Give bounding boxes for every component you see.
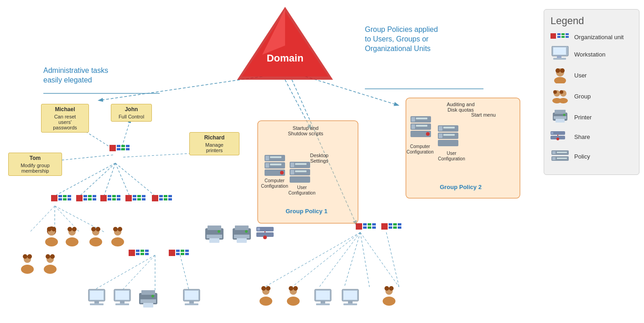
svg-point-161 [72,227,77,231]
richard-name: Richard [193,134,235,141]
svg-point-41 [280,171,284,174]
svg-rect-85 [121,145,125,147]
svg-rect-202 [185,303,198,305]
svg-rect-253 [555,110,566,114]
svg-rect-236 [566,33,569,35]
svg-rect-121 [164,198,167,200]
policy-legend-icon [551,148,570,164]
svg-rect-146 [389,223,392,226]
ou-icon-sub5 [152,195,172,201]
svg-rect-94 [68,195,71,197]
svg-text:Startup and: Startup and [293,125,319,131]
svg-text:Start menu: Start menu [471,112,496,118]
ou-icon-sub1 [51,195,71,201]
svg-rect-227 [141,290,155,295]
svg-rect-71 [439,133,442,138]
svg-point-66 [426,132,430,136]
legend-item-printer: Printer [551,109,633,125]
svg-rect-91 [58,198,62,200]
svg-rect-106 [112,195,116,197]
ou-icon-sub3 [100,195,120,201]
svg-point-177 [50,254,55,259]
richard-desc: Manageprinters [193,142,235,153]
svg-text:Configuration: Configuration [261,184,288,189]
svg-text:User: User [447,151,457,156]
svg-point-174 [21,265,34,274]
svg-rect-218 [234,235,249,238]
printer-icon-2 [233,226,251,243]
svg-point-190 [383,297,395,306]
svg-point-160 [68,227,72,231]
tom-name: Tom [12,155,58,161]
ou-icon-right2 [381,223,401,230]
svg-rect-130 [145,253,149,255]
svg-rect-240 [557,56,561,58]
svg-rect-108 [117,195,120,197]
svg-rect-114 [137,198,141,200]
svg-rect-138 [356,223,362,230]
svg-rect-82 [109,145,116,151]
svg-rect-107 [112,198,116,200]
svg-rect-35 [265,156,269,160]
svg-line-17 [91,255,155,292]
svg-rect-204 [316,291,330,300]
tom-desc: Modify groupmembership [12,163,58,174]
svg-rect-151 [398,226,401,229]
legend-label-printer: Printer [574,114,592,121]
svg-rect-39 [270,164,281,165]
share-icon-1 [256,227,274,239]
svg-rect-61 [416,118,427,119]
svg-rect-139 [363,223,367,226]
svg-rect-209 [348,301,353,303]
legend-label-group: Group [574,93,591,100]
svg-point-184 [289,286,293,291]
legend-label-workstation: Workstation [574,51,605,58]
svg-rect-259 [551,132,553,134]
svg-rect-212 [208,226,221,230]
svg-rect-120 [164,195,167,197]
svg-rect-69 [443,127,455,128]
user-icon-r1 [260,286,272,306]
svg-rect-241 [553,58,566,60]
svg-rect-129 [145,250,149,252]
john-box: John Full Control [111,104,152,122]
legend-item-share: Share [551,130,633,144]
right-heading: Group Policies applied to Users, Groups … [365,25,483,53]
svg-rect-197 [120,301,125,303]
svg-point-158 [52,227,56,231]
svg-text:Configuration: Configuration [288,190,315,195]
left-heading: Administrative tasks easily elegated [43,66,157,85]
svg-rect-233 [557,36,561,38]
svg-line-26 [360,232,399,287]
svg-rect-147 [389,226,392,229]
workstation-icon-2 [114,289,130,305]
ou-icon-sub4 [125,195,145,201]
svg-point-153 [45,237,58,246]
svg-rect-96 [76,195,83,201]
svg-text:Desktop: Desktop [310,153,328,158]
svg-rect-92 [63,195,67,197]
svg-point-261 [556,138,559,140]
user-icon-r3 [383,286,395,306]
svg-point-168 [113,227,118,231]
svg-rect-119 [159,198,163,200]
svg-rect-127 [140,250,144,252]
svg-line-24 [344,232,360,287]
svg-rect-145 [381,223,388,230]
workstation-legend-icon [551,46,570,62]
user-legend-icon [551,67,570,83]
michael-box: Michael Can resetusers'passwords [41,104,89,133]
legend-item-group: Group [551,88,633,104]
svg-point-181 [266,286,270,291]
svg-line-12 [115,163,155,196]
svg-rect-144 [372,226,376,229]
user-icon-6 [44,254,57,274]
tom-box: Tom Modify groupmembership [8,153,62,176]
svg-point-188 [384,286,389,291]
svg-rect-266 [552,157,556,160]
svg-rect-64 [416,125,427,127]
svg-text:Settings: Settings [310,158,328,164]
svg-rect-123 [168,198,172,200]
legend-title: Legend [551,15,633,27]
svg-rect-148 [393,223,397,226]
